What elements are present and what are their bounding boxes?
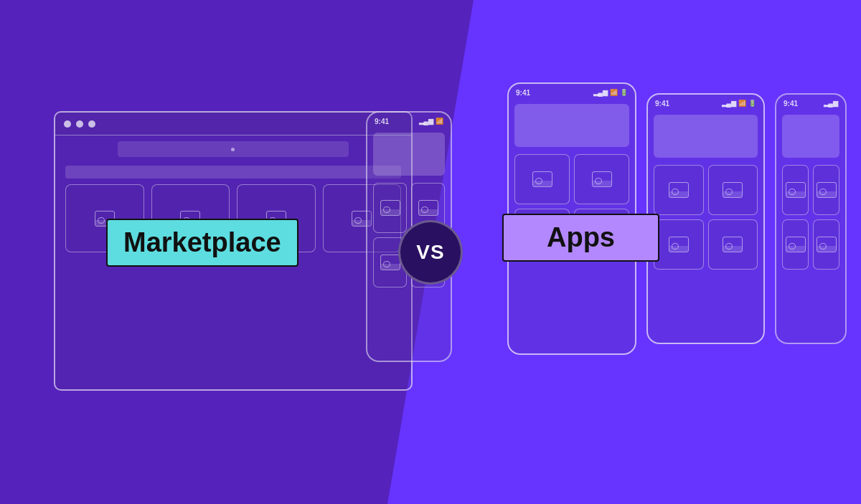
phone-banner-far (782, 115, 839, 158)
vs-badge: VS (398, 220, 463, 285)
phone-grid-r3 (654, 219, 704, 270)
phone-grid-f1 (782, 165, 809, 215)
phone-grid-r2 (708, 165, 758, 215)
background: 9:41 ▂▄▆ 📶 9:41 (0, 0, 861, 504)
phone-grid-c2 (574, 154, 629, 204)
apps-text: Apps (547, 222, 615, 252)
phone-time-center: 9:41 (516, 89, 530, 97)
battery-icon-right: 🔋 (748, 100, 756, 107)
phone-signals-center: ▂▄▆ 📶 🔋 (593, 89, 628, 96)
phone-grid-r1 (654, 165, 704, 215)
phone-time-left: 9:41 (375, 118, 389, 125)
phone-partial-right: 9:41 ▂▄▆ (775, 93, 847, 344)
marketplace-label: Marketplace (106, 219, 298, 267)
browser-dot-3 (88, 120, 95, 128)
signal-far: ▂▄▆ (824, 100, 838, 107)
wifi-icon-left: 📶 (436, 118, 443, 125)
signal-bars-right: ▂▄▆ (722, 100, 736, 107)
image-icon-f3 (786, 237, 806, 252)
phone-statusbar-far-right: 9:41 ▂▄▆ (776, 95, 845, 112)
image-icon-p1 (380, 200, 400, 216)
image-icon-r3 (669, 237, 689, 252)
image-icon-r4 (723, 237, 743, 252)
phone-grid-item-p1 (373, 183, 407, 233)
phone-statusbar-right: 9:41 ▂▄▆ 📶 🔋 (648, 95, 763, 112)
browser-addressbar (118, 141, 349, 157)
browser-dot-1 (64, 120, 71, 128)
image-icon-c2 (592, 171, 612, 187)
phone-signals-far-right: ▂▄▆ (824, 100, 838, 107)
signal-bars-center: ▂▄▆ (593, 89, 608, 96)
phone-signals-right: ▂▄▆ 📶 🔋 (722, 100, 756, 107)
battery-icon-center: 🔋 (620, 89, 628, 96)
phone-grid-c1 (514, 154, 570, 204)
image-icon-f1 (786, 182, 806, 198)
phone-statusbar-left: 9:41 ▂▄▆ 📶 (367, 113, 451, 130)
wifi-icon-center: 📶 (610, 89, 618, 96)
phone-banner-right (654, 115, 758, 158)
image-icon-r1 (669, 182, 689, 198)
phone-statusbar-center: 9:41 ▂▄▆ 📶 🔋 (509, 84, 635, 101)
image-icon-c1 (532, 171, 552, 187)
phone-mockup-right: 9:41 ▂▄▆ 📶 🔋 (646, 93, 765, 344)
marketplace-text: Marketplace (123, 227, 281, 257)
image-icon-p3 (380, 255, 400, 270)
signal-bars-left: ▂▄▆ (419, 118, 433, 125)
browser-titlebar (55, 113, 411, 135)
wifi-icon-right: 📶 (738, 100, 746, 107)
phone-time-far-right: 9:41 (784, 100, 798, 108)
phone-grid-f2 (813, 165, 839, 215)
apps-label: Apps (502, 214, 659, 262)
vs-text: VS (416, 241, 444, 264)
image-icon-p2 (418, 200, 438, 216)
image-icon-f2 (817, 182, 837, 198)
phone-banner-center (514, 104, 629, 147)
image-icon-f4 (817, 237, 837, 252)
phone-signals-left: ▂▄▆ 📶 (419, 118, 443, 125)
phone-grid-right (648, 161, 763, 274)
phone-banner-partial (373, 133, 445, 176)
phone-grid-r4 (708, 219, 758, 270)
phone-grid-f3 (782, 219, 809, 270)
phone-time-right: 9:41 (655, 100, 669, 108)
browser-dot-2 (76, 120, 83, 128)
image-icon-r2 (723, 182, 743, 198)
address-dot (231, 148, 235, 151)
browser-topbar (65, 166, 401, 179)
phone-grid-far (776, 161, 845, 274)
phone-grid-f4 (813, 219, 839, 270)
